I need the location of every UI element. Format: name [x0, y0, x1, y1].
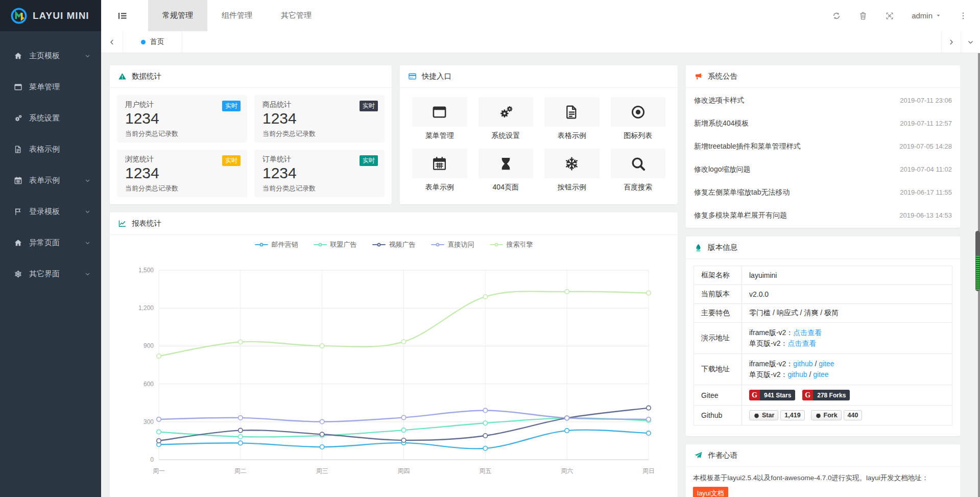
- sidebar-item-menu-management[interactable]: 菜单管理: [0, 72, 101, 103]
- gitee-forks-badge[interactable]: G278 Forks: [802, 390, 850, 400]
- announcements-card: 系统公告 修改选项卡样式2019-07-11 23:06 新增系统404模板20…: [686, 65, 960, 228]
- demo-iframe-link[interactable]: 点击查看: [793, 328, 822, 337]
- caret-down-icon: [936, 13, 941, 18]
- svg-text:1,500: 1,500: [138, 267, 154, 274]
- header-nav-general[interactable]: 常规管理: [148, 0, 207, 31]
- home-icon: [14, 239, 22, 247]
- more-options-icon[interactable]: [959, 11, 968, 20]
- chevron-left-icon: [108, 38, 116, 46]
- clear-cache-trash-icon[interactable]: [858, 11, 868, 20]
- legend-marker: [372, 244, 386, 246]
- legend-item-search-engine[interactable]: 搜索引擎: [490, 240, 533, 249]
- warning-triangle-icon: [118, 72, 127, 81]
- quick-entry-button-example[interactable]: 按钮示例: [544, 149, 600, 192]
- quick-entry-menu-management[interactable]: 菜单管理: [412, 97, 467, 140]
- sidebar-item-system-settings[interactable]: 系统设置: [0, 103, 101, 134]
- announcements-header: 系统公告: [686, 65, 960, 88]
- sidebar-item-error-pages[interactable]: 异常页面: [0, 227, 101, 258]
- collapse-sidebar-icon[interactable]: [116, 10, 129, 22]
- chevron-down-icon: [84, 177, 91, 184]
- refresh-icon[interactable]: [832, 11, 841, 20]
- dot-circle-icon: [630, 104, 646, 120]
- tabs-scroll-left-button[interactable]: [101, 31, 123, 53]
- stat-box-orders[interactable]: 订单统计 1234 当前分类总记录数 实时: [254, 150, 385, 197]
- quick-entry-header: 快捷入口: [400, 65, 678, 88]
- stat-box-users[interactable]: 用户统计 1234 当前分类总记录数 实时: [117, 95, 247, 143]
- download-iframe-gitee-link[interactable]: gitee: [819, 360, 834, 368]
- quick-entry-system-settings[interactable]: 系统设置: [479, 97, 534, 140]
- header-nav-components[interactable]: 组件管理: [207, 0, 267, 31]
- leaf-icon: [694, 243, 703, 252]
- header-nav-others[interactable]: 其它管理: [267, 0, 326, 31]
- status-badge: 实时: [360, 101, 378, 111]
- flag-icon: [14, 207, 22, 216]
- chevron-down-icon: [84, 208, 91, 215]
- legend-item-video-ads[interactable]: 视频广告: [372, 240, 416, 249]
- author-words-header: 作者心语: [686, 444, 960, 467]
- announcement-row: 修复多模块菜单栏展开有问题2019-06-13 14:53: [694, 204, 952, 227]
- scrollbar-thumb[interactable]: [975, 231, 980, 291]
- svg-text:周二: 周二: [234, 467, 247, 475]
- version-info-card: 版本信息 框架名称 layuimini 当前版本 v2.0.0 主要特色 零门槛…: [686, 236, 960, 436]
- announcement-list: 修改选项卡样式2019-07-11 23:06 新增系统404模板2019-07…: [686, 88, 960, 228]
- announcement-row: 修改logo缩放问题2019-07-04 11:02: [694, 158, 952, 181]
- user-menu[interactable]: admin: [912, 11, 941, 20]
- quick-entry-baidu-search[interactable]: 百度搜索: [611, 149, 666, 192]
- chart-legend: 邮件营销 联盟广告 视频广告 直接访问 搜索引擎: [110, 235, 678, 254]
- quick-entry-table-example[interactable]: 表格示例: [544, 97, 600, 140]
- demo-onepage-link[interactable]: 点击查看: [787, 339, 816, 347]
- header-nav: 常规管理 组件管理 其它管理: [148, 0, 326, 31]
- sidebar-item-table-examples[interactable]: 表格示例: [0, 134, 101, 165]
- chevron-down-icon: [84, 240, 91, 246]
- svg-text:900: 900: [144, 342, 154, 349]
- sidebar-item-login-templates[interactable]: 登录模板: [0, 196, 101, 227]
- report-chart: 03006009001,2001,500周一周二周三周四周五周六周日: [118, 254, 670, 484]
- legend-item-union-ads[interactable]: 联盟广告: [314, 240, 357, 249]
- sidebar-item-other-ui[interactable]: 其它界面: [0, 258, 101, 290]
- fullscreen-icon[interactable]: [885, 11, 894, 20]
- svg-text:1,200: 1,200: [138, 304, 154, 312]
- app-title: LAYUI MINI: [33, 10, 89, 21]
- tab-home[interactable]: 首页: [123, 31, 182, 53]
- stat-box-products[interactable]: 商品统计 1234 当前分类总记录数 实时: [254, 95, 385, 143]
- quick-entry-icon-list[interactable]: 图标列表: [611, 97, 666, 140]
- file-icon: [14, 145, 22, 154]
- download-onepage-github-link[interactable]: github: [787, 370, 807, 378]
- legend-marker: [314, 244, 327, 246]
- chevron-right-icon: [947, 38, 955, 46]
- version-table: 框架名称 layuimini 当前版本 v2.0.0 主要特色 零门槛 / 响应…: [694, 266, 952, 425]
- legend-item-email[interactable]: 邮件营销: [255, 240, 298, 249]
- data-stats-card: 数据统计 用户统计 1234 当前分类总记录数 实时 商品统计 1234 当前分…: [110, 65, 392, 204]
- quick-entry-card: 快捷入口 菜单管理 系统设置 表格示例: [400, 65, 678, 204]
- app-logo[interactable]: LAYUI MINI: [0, 0, 101, 31]
- chevron-down-icon: [84, 271, 91, 277]
- tabs-scroll-right-button[interactable]: [941, 31, 961, 53]
- layui-doc-badge[interactable]: layui文档: [693, 487, 728, 497]
- github-star-count[interactable]: 1,419: [780, 410, 804, 420]
- svg-text:0: 0: [150, 456, 154, 463]
- home-icon: [14, 52, 22, 60]
- quick-entry-form-example[interactable]: 表单示例: [412, 149, 467, 192]
- quick-entry-404-page[interactable]: 404页面: [479, 149, 534, 192]
- sidebar-item-form-examples[interactable]: 表单示例: [0, 165, 101, 196]
- github-star-button[interactable]: Star: [749, 410, 778, 420]
- tabs-menu-button[interactable]: [961, 31, 980, 53]
- sidebar-item-home-templates[interactable]: 主页模板: [0, 40, 101, 72]
- gitee-logo: G: [749, 390, 760, 400]
- legend-marker: [255, 244, 268, 246]
- svg-text:周六: 周六: [561, 467, 573, 475]
- calendar-icon: [432, 156, 447, 172]
- download-iframe-github-link[interactable]: github: [793, 360, 812, 368]
- table-row: 当前版本 v2.0.0: [694, 285, 952, 304]
- download-onepage-gitee-link[interactable]: gitee: [813, 370, 828, 378]
- sidebar-menu: 主页模板 菜单管理 系统设置 表格示例 表单示例 登录模板 异常页面: [0, 31, 101, 290]
- stat-box-views[interactable]: 浏览统计 1234 当前分类总记录数 实时: [117, 150, 247, 197]
- header-actions: admin: [832, 11, 980, 20]
- gears-icon: [14, 114, 22, 123]
- announcement-row: 修改选项卡样式2019-07-11 23:06: [694, 89, 952, 112]
- gitee-stars-badge[interactable]: G941 Stars: [749, 390, 795, 400]
- data-stats-header: 数据统计: [110, 65, 392, 88]
- github-fork-count[interactable]: 440: [844, 410, 863, 420]
- legend-item-direct[interactable]: 直接访问: [431, 240, 474, 249]
- github-fork-button[interactable]: Fork: [811, 410, 842, 420]
